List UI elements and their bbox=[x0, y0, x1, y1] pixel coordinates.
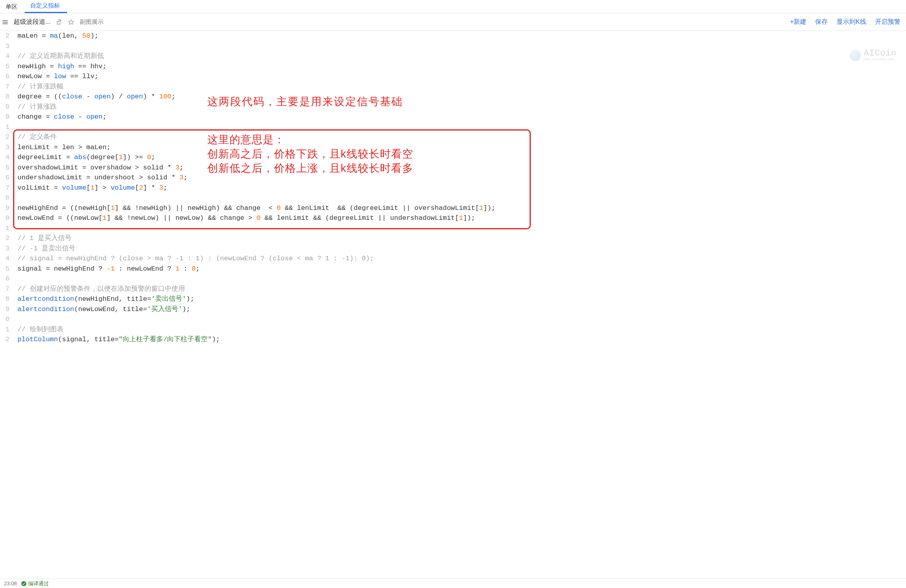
code-line[interactable]: signal = newHighEnd ? -1 : newLowEnd ? 1… bbox=[17, 264, 906, 274]
line-number: 0 bbox=[0, 213, 11, 223]
code-line[interactable]: volLimit = volume[1] > volume[2] * 3; bbox=[17, 183, 906, 193]
code-token: ; bbox=[196, 265, 200, 273]
code-line[interactable]: newLowEnd = ((newLow[1] && !newLow) || n… bbox=[17, 213, 906, 223]
show-on-kline-button[interactable]: 显示到K线 bbox=[837, 18, 866, 26]
code-line[interactable]: alertcondition(newHighEnd, title='卖出信号')… bbox=[17, 294, 906, 304]
line-number: 3 bbox=[0, 142, 11, 153]
code-line[interactable]: // 1 是买入信号 bbox=[17, 233, 906, 244]
code-line[interactable]: newLow = low == llv; bbox=[17, 71, 906, 82]
line-number: 1 bbox=[0, 122, 11, 133]
new-button[interactable]: +新建 bbox=[790, 18, 806, 26]
menu-toggle-icon[interactable] bbox=[2, 19, 8, 25]
code-line[interactable]: // signal = newHighEnd ? (close > ma ? -… bbox=[17, 254, 906, 264]
code-line[interactable]: // 计算涨跌幅 bbox=[17, 82, 906, 92]
toolbar-left: 超级波段追... 副图展示 bbox=[2, 18, 104, 26]
code-token: -1 bbox=[106, 265, 114, 273]
line-number: 7 bbox=[0, 82, 11, 92]
code-token: 1 bbox=[111, 204, 115, 212]
code-token: 0 bbox=[277, 204, 281, 212]
compile-status: 编译通过 bbox=[21, 580, 49, 587]
status-time: 23:08 bbox=[4, 580, 17, 586]
code-token: 100 bbox=[159, 93, 172, 100]
code-token: undershadowLimit = undershoot > solid * bbox=[17, 174, 179, 181]
code-token: 0 bbox=[147, 154, 151, 161]
tab-panel-area[interactable]: 单区 bbox=[0, 1, 25, 13]
code-token: // 计算涨跌幅 bbox=[17, 83, 64, 90]
line-number: 5 bbox=[0, 61, 11, 72]
code-token: && lenLimit && (degreeLimit || undershad… bbox=[260, 214, 459, 222]
code-line[interactable]: // 定义近期新高和近期新低 bbox=[17, 51, 906, 61]
code-token: '卖出信号' bbox=[151, 295, 186, 303]
code-token: // signal = newHighEnd ? (close > ma ? -… bbox=[17, 255, 374, 262]
tab-custom-indicator[interactable]: 自定义指标 bbox=[25, 0, 67, 13]
code-line[interactable]: plotColumn(signal, title="向上柱子看多/向下柱子看空"… bbox=[17, 334, 906, 345]
code-line[interactable]: newHighEnd = ((newHigh[1] && !newHigh) |… bbox=[17, 203, 906, 213]
code-line[interactable]: // 绘制到图表 bbox=[17, 325, 906, 335]
line-number: 8 bbox=[0, 294, 11, 304]
code-token: : bbox=[179, 265, 192, 273]
code-token: ] > bbox=[94, 184, 111, 192]
code-token: low bbox=[54, 73, 66, 80]
code-token: 3 bbox=[159, 184, 163, 192]
code-token: (newHighEnd, title= bbox=[74, 295, 151, 303]
line-number: 6 bbox=[0, 173, 11, 183]
code-line[interactable]: // 定义条件 bbox=[17, 132, 906, 142]
subfig-label[interactable]: 副图展示 bbox=[80, 18, 104, 26]
code-line[interactable]: alertcondition(newLowEnd, title='买入信号'); bbox=[17, 304, 906, 315]
code-line[interactable]: degreeLimit = abs(degree[1]) >= 0; bbox=[17, 152, 906, 163]
code-token: 0 bbox=[256, 214, 260, 222]
line-number: 2 bbox=[0, 233, 11, 244]
code-token: close bbox=[54, 113, 74, 121]
line-number: 2 bbox=[0, 334, 11, 345]
code-token: ; bbox=[179, 164, 183, 171]
code-token: ; bbox=[183, 174, 187, 181]
code-line[interactable] bbox=[17, 223, 906, 234]
code-token: // 创建对应的预警条件，以便在添加预警的窗口中使用 bbox=[17, 285, 185, 293]
code-token: newLowEnd = ((newLow[ bbox=[17, 214, 102, 222]
code-token: && lenLimit && (degreeLimit || overshado… bbox=[281, 204, 479, 212]
code-token: overshadowLimit = overshadow > solid * bbox=[17, 164, 175, 171]
share-icon[interactable] bbox=[56, 19, 62, 25]
code-token: 1 bbox=[91, 184, 94, 192]
code-area[interactable]: maLen = ma(len, 50);// 定义近期新高和近期新低newHig… bbox=[17, 31, 906, 345]
code-token: close bbox=[62, 93, 82, 100]
line-number: 2 bbox=[0, 31, 11, 41]
line-number: 5 bbox=[0, 163, 11, 173]
code-line[interactable]: maLen = ma(len, 50); bbox=[17, 31, 906, 41]
code-token: (len, bbox=[58, 32, 82, 40]
code-line[interactable]: // -1 是卖出信号 bbox=[17, 244, 906, 254]
code-line[interactable]: overshadowLimit = overshadow > solid * 3… bbox=[17, 163, 906, 173]
code-line[interactable]: undershadowLimit = undershoot > solid * … bbox=[17, 173, 906, 183]
code-line[interactable] bbox=[17, 193, 906, 203]
code-token: ]); bbox=[483, 204, 495, 212]
star-icon[interactable] bbox=[68, 19, 74, 25]
line-number: 3 bbox=[0, 41, 11, 52]
code-line[interactable]: change = close - open; bbox=[17, 112, 906, 122]
tab-label: 自定义指标 bbox=[30, 2, 60, 9]
code-token: // 定义近期新高和近期新低 bbox=[17, 52, 104, 60]
code-token: ; bbox=[163, 184, 167, 192]
code-token: // 计算涨跌 bbox=[17, 103, 57, 111]
code-line[interactable]: // 计算涨跌 bbox=[17, 102, 906, 112]
code-token: signal = newHighEnd ? bbox=[17, 265, 106, 273]
code-token: ) * bbox=[143, 93, 159, 100]
code-line[interactable] bbox=[17, 122, 906, 133]
code-token: - bbox=[82, 93, 94, 100]
code-line[interactable] bbox=[17, 314, 906, 325]
code-token: (newLowEnd, title= bbox=[74, 306, 147, 313]
code-token: ; bbox=[172, 93, 175, 100]
code-line[interactable]: degree = ((close - open) / open) * 100; bbox=[17, 92, 906, 102]
code-line[interactable]: // 创建对应的预警条件，以便在添加预警的窗口中使用 bbox=[17, 284, 906, 294]
code-line[interactable] bbox=[17, 41, 906, 52]
code-line[interactable]: lenLimit = len > maLen; bbox=[17, 142, 906, 153]
code-token: ; bbox=[102, 113, 106, 121]
code-token: ) / bbox=[111, 93, 127, 100]
line-number: 0 bbox=[0, 314, 11, 325]
code-line[interactable] bbox=[17, 274, 906, 284]
code-line[interactable]: newHigh = high == hhv; bbox=[17, 61, 906, 72]
code-token: == hhv; bbox=[74, 63, 107, 70]
code-editor[interactable]: 2345678901234567890123456789012 maLen = … bbox=[0, 31, 906, 578]
start-alert-button[interactable]: 开启预警 bbox=[875, 18, 900, 26]
save-button[interactable]: 保存 bbox=[815, 18, 828, 26]
code-token: 0 bbox=[192, 265, 196, 273]
